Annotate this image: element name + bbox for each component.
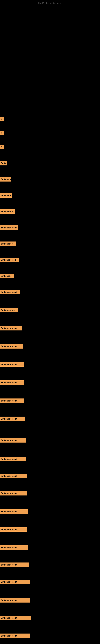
bar-row: Bottleneck result: [0, 438, 100, 442]
bar-label: Bottleneck result: [1, 546, 17, 549]
bar-row: Bottleneck result: [0, 491, 100, 496]
bar-row: Bottleneck result: [0, 344, 100, 348]
bar-row: Bottleneck result: [0, 326, 100, 330]
bar-label: Bottleneck result: [1, 617, 17, 619]
bar-row: Bottleneck result: [0, 362, 100, 367]
bar-row: Bottleneck result: [0, 598, 100, 602]
bar-label: Bottleneck result: [1, 327, 17, 330]
bar-row: Bottleneck result: [0, 546, 100, 550]
bar-label: B: [1, 132, 2, 134]
bar-row: Bottleneck re: [0, 242, 100, 246]
bar-label: Bottleneck result: [1, 382, 17, 384]
bar-row: Bottleneck result: [0, 290, 100, 294]
bar-label: Bottleneck result: [1, 291, 17, 293]
bar-row: Bottleneck result: [0, 616, 100, 620]
bar-row: B: [0, 117, 100, 121]
bar-label: Bottleneck result: [1, 635, 17, 637]
bar-label: Bottlen: [1, 162, 7, 164]
bar-row: Bottleneck result: [0, 380, 100, 385]
bar-label: Bottleneck result: [1, 599, 17, 602]
bar-label: Bottleneck result: [1, 400, 17, 402]
bar-row: Bottleneck: [0, 193, 100, 198]
bar-row: Bottleneck result: [0, 527, 100, 532]
bar-label: Bottleneck: [1, 194, 11, 196]
bar-label: Bottleneck result: [1, 581, 17, 583]
bar-label: Bottleneck re: [1, 243, 13, 245]
bar-label: Bottleneck result: [1, 564, 17, 566]
bar-row: Bottleneck result: [0, 457, 100, 461]
bar-label: Bottleneck result: [1, 439, 17, 442]
site-title: TheBottlenecker.com: [38, 2, 62, 5]
bar-row: B: [0, 145, 100, 149]
bar-row: Bottleneck resu: [0, 258, 100, 262]
bar-label: Bottleneck re: [1, 210, 13, 213]
bar-row: Bottleneck result: [0, 580, 100, 584]
bar-row: Bottleneck result: [0, 509, 100, 514]
bar-label: Bottleneck r: [1, 178, 11, 180]
bar-label: Bottleneck result: [1, 528, 17, 531]
bar-label: Bottleneck resu: [1, 259, 16, 261]
bar-row: Bottleneck result: [0, 416, 100, 421]
bar-label: Bottleneck result: [1, 364, 17, 366]
bar-label: Bottleneck result: [1, 492, 17, 494]
bar-label: Bottleneck res: [1, 309, 15, 311]
bar-row: Bottleneck re: [0, 209, 100, 214]
bar-label: Bottleneck result: [1, 510, 17, 513]
bar-label: Bottleneck result: [1, 458, 17, 460]
bar-label: B: [1, 146, 2, 148]
bar-label: B: [1, 118, 2, 120]
bar-label: Bottleneck result: [1, 475, 17, 477]
bar-label: Bottleneck result: [1, 226, 17, 229]
bar-row: Bottleneck result: [0, 398, 100, 403]
bar-row: Bottleneck res: [0, 308, 100, 312]
bar-row: Bottleneck r: [0, 274, 100, 278]
bar-row: Bottleneck result: [0, 634, 100, 638]
bar-row: Bottlen: [0, 161, 100, 166]
bar-row: B: [0, 131, 100, 135]
bar-row: Bottleneck result: [0, 562, 100, 567]
bar-label: Bottleneck r: [1, 275, 12, 277]
bar-row: Bottleneck result: [0, 226, 100, 230]
bar-row: Bottleneck r: [0, 177, 100, 182]
bar-row: Bottleneck result: [0, 474, 100, 478]
bar-label: Bottleneck result: [1, 418, 17, 420]
bar-label: Bottleneck result: [1, 345, 17, 348]
